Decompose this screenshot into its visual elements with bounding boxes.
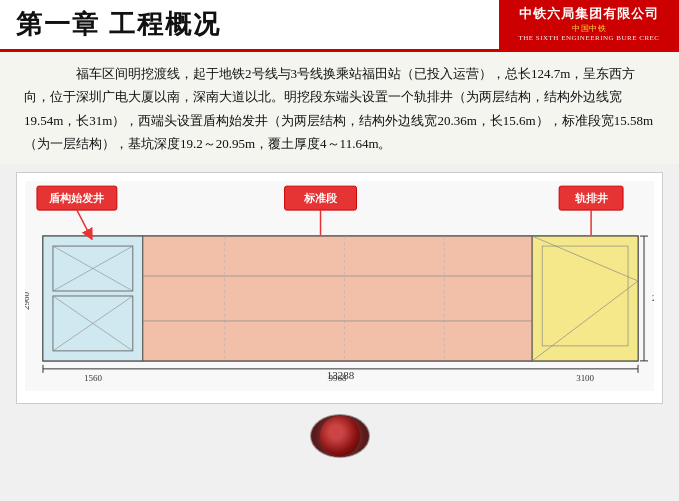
logo-area: 中铁六局集团有限公司 中国中铁 THE SIXTH ENGINEERING BU…: [499, 0, 679, 49]
svg-text:2960: 2960: [25, 291, 31, 309]
svg-text:轨排井: 轨排井: [574, 192, 609, 204]
svg-text:9968: 9968: [329, 372, 347, 382]
description-text: 福车区间明挖渡线，起于地铁2号线与3号线换乘站福田站（已投入运营），总长124.…: [24, 62, 655, 156]
svg-text:1560: 1560: [84, 372, 102, 382]
chapter-title: 第一章 工程概况: [16, 7, 221, 42]
main-content: 福车区间明挖渡线，起于地铁2号线与3号线换乘站福田站（已投入运营），总长124.…: [0, 52, 679, 164]
thumbnail-inner: [320, 416, 360, 456]
diagram-area: 13288 2960 盾构始发井 标准段 轨排井 1560 9968 3100 …: [16, 172, 663, 404]
svg-text:盾构始发井: 盾构始发井: [48, 192, 105, 204]
svg-rect-2: [43, 236, 143, 361]
svg-text:标准段: 标准段: [303, 192, 338, 204]
svg-text:3100: 3100: [576, 372, 594, 382]
header: 第一章 工程概况 中铁六局集团有限公司 中国中铁 THE SIXTH ENGIN…: [0, 0, 679, 52]
engineering-diagram: 13288 2960 盾构始发井 标准段 轨排井 1560 9968 3100 …: [25, 181, 654, 391]
svg-rect-15: [532, 236, 638, 361]
bottom-area: [0, 410, 679, 460]
logo-en-text: THE SIXTH ENGINEERING BURE CREC: [518, 34, 659, 43]
logo-cn-text: 中铁六局集团有限公司: [519, 6, 659, 23]
svg-text:2960: 2960: [652, 293, 654, 303]
svg-rect-9: [143, 236, 532, 361]
header-title-area: 第一章 工程概况: [0, 0, 499, 49]
thumbnail-image: [310, 414, 370, 458]
logo-sub-text: 中国中铁: [572, 23, 606, 34]
